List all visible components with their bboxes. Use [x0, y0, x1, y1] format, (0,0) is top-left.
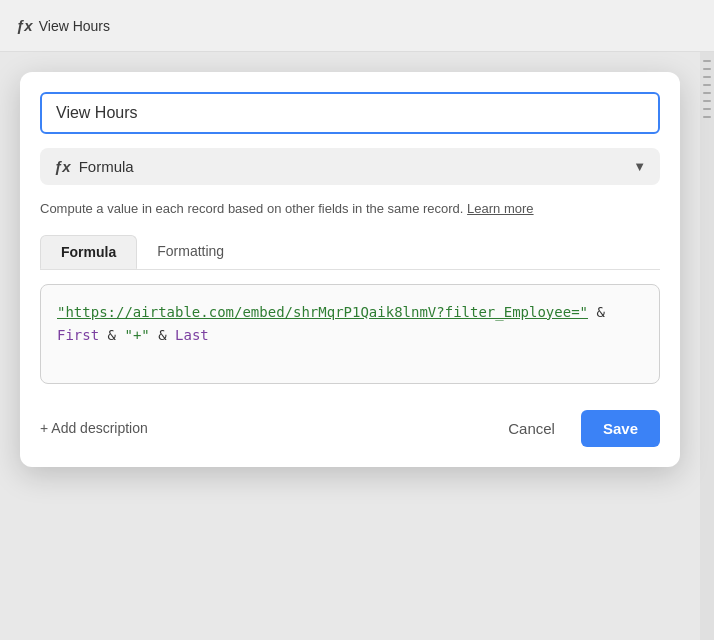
formula-plus-string: "+" — [124, 327, 149, 343]
scrollbar-line — [703, 108, 711, 110]
modal-dialog: ƒx Formula ▼ Compute a value in each rec… — [20, 72, 680, 467]
chevron-down-icon: ▼ — [633, 159, 646, 174]
scrollbar-line — [703, 84, 711, 86]
cancel-button[interactable]: Cancel — [494, 412, 569, 445]
formula-editor[interactable]: "https://airtable.com/embed/shrMqrP1Qaik… — [40, 284, 660, 384]
fx-icon-topbar: ƒx — [16, 17, 33, 34]
formula-op1: & — [588, 304, 605, 320]
scrollbar-line — [703, 92, 711, 94]
description-text: Compute a value in each record based on … — [40, 199, 660, 219]
top-bar-label: View Hours — [39, 18, 110, 34]
tab-formatting[interactable]: Formatting — [137, 235, 244, 269]
scrollbar-line — [703, 68, 711, 70]
field-name-input[interactable] — [40, 92, 660, 134]
type-selector-label: Formula — [79, 158, 134, 175]
formula-op3: & — [150, 327, 175, 343]
modal-overlay: ƒx Formula ▼ Compute a value in each rec… — [0, 52, 700, 640]
top-bar: ƒx View Hours — [0, 0, 714, 52]
scrollbar-line — [703, 60, 711, 62]
footer-buttons: Cancel Save — [494, 410, 660, 447]
scrollbar-line — [703, 76, 711, 78]
tab-formula[interactable]: Formula — [40, 235, 137, 269]
learn-more-link[interactable]: Learn more — [467, 201, 533, 216]
scrollbar-area — [700, 52, 714, 640]
tabs-row: Formula Formatting — [40, 235, 660, 270]
scrollbar-line — [703, 100, 711, 102]
top-bar-title: ƒx View Hours — [16, 17, 110, 34]
footer-row: + Add description Cancel Save — [40, 404, 660, 447]
formula-field-first: First — [57, 327, 99, 343]
formula-field-last: Last — [175, 327, 209, 343]
scrollbar-line — [703, 116, 711, 118]
fx-icon-selector: ƒx — [54, 158, 71, 175]
type-selector[interactable]: ƒx Formula ▼ — [40, 148, 660, 185]
type-selector-left: ƒx Formula — [54, 158, 134, 175]
formula-op2: & — [99, 327, 124, 343]
formula-string-url: "https://airtable.com/embed/shrMqrP1Qaik… — [57, 304, 588, 320]
save-button[interactable]: Save — [581, 410, 660, 447]
add-description-button[interactable]: + Add description — [40, 420, 148, 436]
